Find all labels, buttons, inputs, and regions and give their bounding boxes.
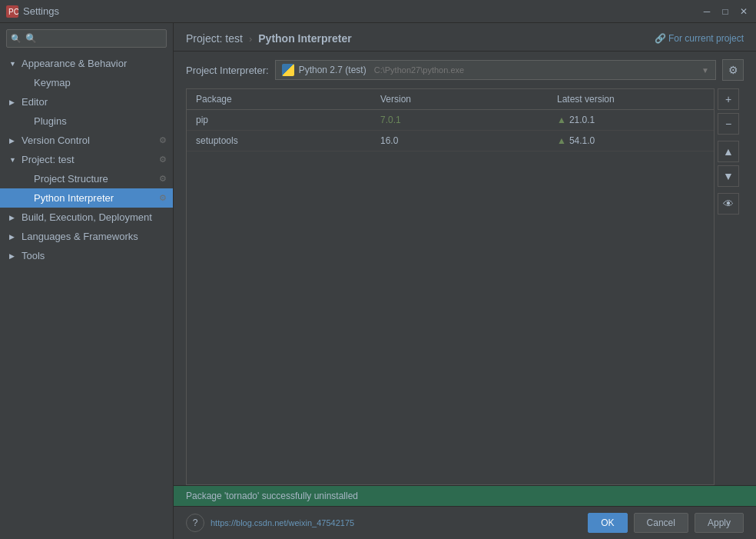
scroll-down-icon: ▼ <box>723 170 734 182</box>
minus-icon: − <box>725 118 731 130</box>
sidebar-item-label: Project Structure <box>34 173 108 185</box>
scroll-up-button[interactable]: ▲ <box>718 141 739 162</box>
title-bar: PC Settings ─ □ ✕ <box>0 0 756 23</box>
sidebar-item-label: Keymap <box>34 77 71 88</box>
triangle-icon <box>9 60 18 68</box>
triangle-icon <box>9 214 18 221</box>
interpreter-label: Project Interpreter: <box>186 65 269 76</box>
window-title: Settings <box>23 5 701 17</box>
sidebar-item-label: Appearance & Behavior <box>22 58 127 69</box>
settings-icon: ⚙ <box>159 135 167 145</box>
settings-icon: ⚙ <box>159 155 167 165</box>
interpreter-path: C:\Python27\python.exe <box>374 65 464 75</box>
question-mark-icon: ? <box>193 517 198 528</box>
interpreter-value: Python 2.7 (test) <box>299 65 366 75</box>
status-message: Package 'tornado' successfully uninstall… <box>186 491 358 501</box>
eye-icon: 👁 <box>723 198 734 210</box>
bottom-bar: ? https://blog.csdn.net/weixin_47542175 … <box>174 506 756 539</box>
sidebar-item-label: Project: test <box>22 154 75 165</box>
sidebar-item-label: Tools <box>22 250 45 261</box>
sidebar-item-python-interpreter[interactable]: Python Interpreter ⚙ <box>0 188 173 208</box>
triangle-icon <box>9 137 18 145</box>
sidebar-item-label: Languages & Frameworks <box>22 231 138 242</box>
sidebar-item-plugins[interactable]: Plugins <box>0 111 173 131</box>
cell-latest: ▲ 54.1.0 <box>548 131 714 151</box>
maximize-button[interactable]: □ <box>719 5 731 18</box>
sidebar-item-label: Version Control <box>22 135 90 146</box>
content-area: Project: test › Python Interpreter 🔗 For… <box>174 23 756 539</box>
latest-version-value: 21.0.1 <box>569 115 595 125</box>
interpreter-row: Project Interpreter: Python 2.7 (test) C… <box>174 52 756 88</box>
cell-package: pip <box>187 110 371 130</box>
cancel-button[interactable]: Cancel <box>634 513 688 533</box>
python-icon <box>282 64 294 76</box>
triangle-icon <box>9 156 18 164</box>
link-icon: 🔗 <box>655 33 666 44</box>
cell-version: 16.0 <box>371 131 548 151</box>
breadcrumb-project[interactable]: Project: test <box>186 32 243 45</box>
breadcrumb: Project: test › Python Interpreter 🔗 For… <box>174 23 756 52</box>
side-actions: + − ▲ ▼ 👁 <box>718 88 744 485</box>
window-controls: ─ □ ✕ <box>701 5 750 18</box>
scroll-down-button[interactable]: ▼ <box>718 165 739 187</box>
link-label: For current project <box>668 33 744 44</box>
packages-table: Package Version Latest version pip <box>186 88 715 485</box>
svg-text:PC: PC <box>8 8 18 16</box>
sidebar-item-keymap[interactable]: Keymap <box>0 73 173 92</box>
main-container: 🔍 Appearance & Behavior Keymap Editor Pl… <box>0 23 756 539</box>
column-package: Package <box>187 89 371 109</box>
scroll-up-icon: ▲ <box>723 145 734 158</box>
table-wrapper: Package Version Latest version pip <box>186 88 744 485</box>
cell-version: 7.0.1 <box>371 110 548 130</box>
settings-icon: ⚙ <box>159 193 167 203</box>
table-body: pip 7.0.1 ▲ 21.0.1 <box>187 110 714 484</box>
search-input[interactable] <box>6 29 167 48</box>
triangle-icon <box>9 98 18 106</box>
minimize-button[interactable]: ─ <box>701 5 713 18</box>
sidebar-item-label: Plugins <box>34 115 67 127</box>
settings-icon: ⚙ <box>159 174 167 184</box>
close-button[interactable]: ✕ <box>738 5 750 18</box>
eye-button[interactable]: 👁 <box>718 193 739 215</box>
for-current-project-link[interactable]: 🔗 For current project <box>655 33 744 44</box>
cell-latest: ▲ 21.0.1 <box>548 110 714 130</box>
breadcrumb-current: Python Interpreter <box>258 32 351 45</box>
sidebar-item-appearance-behavior[interactable]: Appearance & Behavior <box>0 54 173 73</box>
interpreter-dropdown[interactable]: Python 2.7 (test) C:\Python27\python.exe… <box>275 60 716 80</box>
latest-version-value: 54.1.0 <box>569 135 595 146</box>
sidebar-item-tools[interactable]: Tools <box>0 246 173 265</box>
column-latest-version: Latest version <box>548 89 714 109</box>
ok-button[interactable]: OK <box>588 513 627 533</box>
breadcrumb-separator: › <box>249 33 252 45</box>
plus-icon: + <box>725 93 731 105</box>
sidebar: 🔍 Appearance & Behavior Keymap Editor Pl… <box>0 23 174 539</box>
status-bar: Package 'tornado' successfully uninstall… <box>174 485 756 506</box>
apply-button[interactable]: Apply <box>695 513 744 533</box>
sidebar-item-label: Editor <box>22 96 48 108</box>
search-box: 🔍 <box>6 29 167 48</box>
search-icon: 🔍 <box>11 34 22 44</box>
sidebar-item-editor[interactable]: Editor <box>0 92 173 111</box>
url-label: https://blog.csdn.net/weixin_47542175 <box>211 518 354 527</box>
triangle-icon <box>9 252 18 260</box>
cell-package: setuptools <box>187 131 371 151</box>
table-row[interactable]: pip 7.0.1 ▲ 21.0.1 <box>187 110 714 131</box>
help-button[interactable]: ? <box>186 514 204 532</box>
update-arrow-icon: ▲ <box>557 135 566 146</box>
remove-package-button[interactable]: − <box>718 113 739 135</box>
sidebar-item-build-execution[interactable]: Build, Execution, Deployment <box>0 208 173 227</box>
sidebar-item-project-test[interactable]: Project: test ⚙ <box>0 150 173 169</box>
interpreter-settings-button[interactable]: ⚙ <box>722 59 744 81</box>
dropdown-arrow-icon: ▼ <box>701 66 709 75</box>
app-icon: PC <box>6 5 18 18</box>
sidebar-item-version-control[interactable]: Version Control ⚙ <box>0 131 173 150</box>
column-version: Version <box>371 89 548 109</box>
sidebar-item-label: Python Interpreter <box>34 192 114 204</box>
add-package-button[interactable]: + <box>718 88 739 110</box>
gear-icon: ⚙ <box>728 64 738 76</box>
sidebar-item-project-structure[interactable]: Project Structure ⚙ <box>0 169 173 188</box>
sidebar-item-label: Build, Execution, Deployment <box>22 211 152 223</box>
sidebar-item-languages-frameworks[interactable]: Languages & Frameworks <box>0 227 173 246</box>
update-arrow-icon: ▲ <box>557 115 566 125</box>
table-row[interactable]: setuptools 16.0 ▲ 54.1.0 <box>187 131 714 151</box>
